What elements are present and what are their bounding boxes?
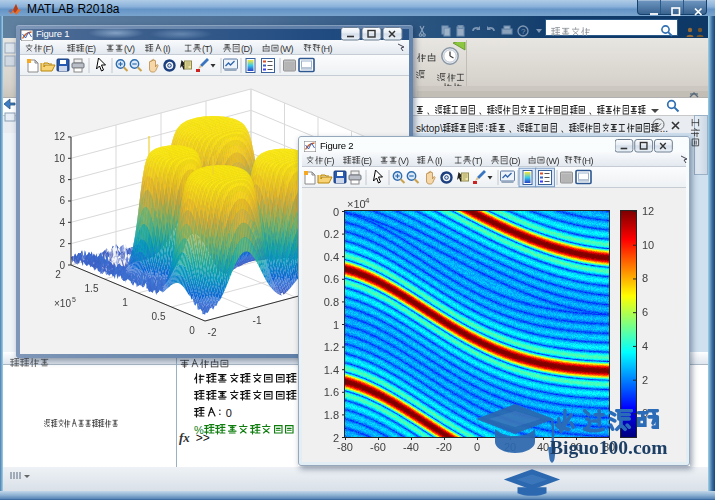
svg-text:?: ? — [521, 27, 526, 36]
